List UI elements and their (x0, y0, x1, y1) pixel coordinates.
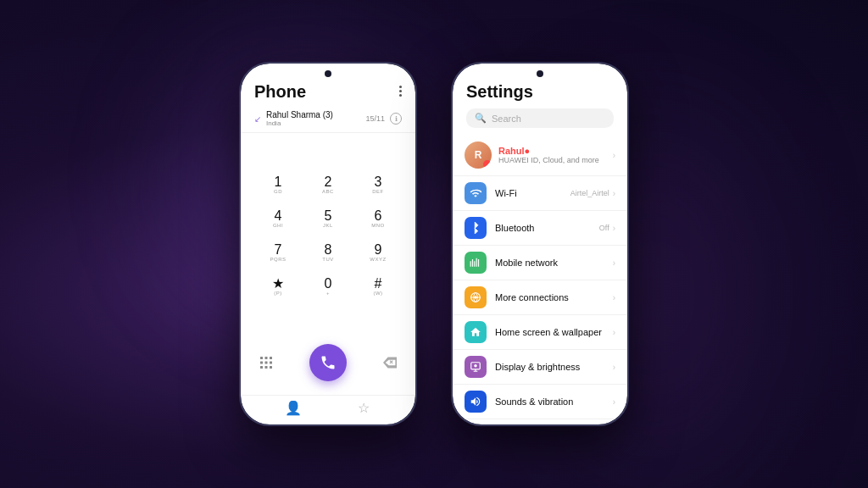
settings-search-bar[interactable]: 🔍 Search (466, 108, 614, 128)
svg-rect-1 (265, 357, 268, 359)
dial-row-3: 7 PQRS 8 TUV 9 WXYZ (258, 237, 398, 268)
svg-rect-7 (265, 366, 268, 369)
dial-num-0: 0 (325, 277, 332, 291)
settings-header: Settings 🔍 Search (453, 72, 627, 135)
dial-row-4: ★ (P) 0 + # (W) (258, 271, 398, 302)
svg-rect-2 (270, 357, 272, 359)
avatar-letter: R (475, 149, 482, 161)
wifi-value: Airtel_Airtel (570, 189, 609, 197)
settings-item-more-connections[interactable]: More connections › (453, 280, 627, 315)
dot1 (399, 86, 402, 88)
more-connections-text: More connections (495, 292, 613, 302)
dial-key-7[interactable]: 7 PQRS (258, 237, 298, 268)
phone-1-notch (325, 70, 331, 77)
call-name: Rahul Sharma (3) (266, 110, 333, 119)
sounds-icon-wrap (465, 391, 487, 413)
dial-letters-7: PQRS (270, 257, 286, 262)
svg-rect-5 (270, 362, 272, 364)
call-info-button[interactable]: ℹ (390, 113, 402, 125)
wifi-text: Wi-Fi (495, 188, 570, 198)
dial-letters-hash: (W) (373, 291, 382, 296)
dial-letters-9: WXYZ (370, 257, 386, 262)
dial-key-3[interactable]: 3 DEF (358, 169, 398, 200)
wifi-label: Wi-Fi (495, 188, 570, 198)
dial-num-8: 8 (325, 243, 332, 257)
search-icon: 🔍 (475, 113, 487, 124)
svg-rect-6 (260, 366, 263, 369)
phone-title: Phone (254, 82, 306, 102)
mobile-network-chevron: › (613, 258, 615, 268)
settings-title: Settings (466, 82, 614, 102)
keypad-icon[interactable] (254, 351, 278, 374)
favorites-nav-icon[interactable]: ☆ (352, 396, 376, 419)
dialpad: 1 GD 2 ABC 3 DEF (241, 133, 415, 337)
bluetooth-chevron: › (613, 224, 615, 233)
display-chevron: › (613, 363, 615, 372)
search-placeholder: Search (492, 114, 521, 124)
display-icon-wrap (465, 356, 487, 378)
dial-key-2[interactable]: 2 ABC (308, 169, 348, 200)
dial-letters-6: MNO (371, 223, 385, 228)
call-direction-icon: ↙ (254, 114, 261, 124)
settings-item-display[interactable]: Display & brightness › (453, 350, 627, 385)
profile-avatar: R (465, 141, 492, 169)
dial-key-6[interactable]: 6 MNO (358, 203, 398, 234)
settings-item-bluetooth[interactable]: Bluetooth Off › (453, 211, 627, 246)
dial-key-8[interactable]: 8 TUV (308, 237, 348, 268)
svg-rect-8 (270, 366, 272, 369)
more-connections-label: More connections (495, 292, 613, 302)
settings-item-sounds[interactable]: Sounds & vibration › (453, 385, 627, 419)
dial-num-1: 1 (275, 175, 282, 189)
recent-call-item[interactable]: ↙ Rahul Sharma (3) India 15/11 ℹ (241, 105, 415, 133)
dial-letters-2: ABC (322, 189, 334, 194)
dial-key-9[interactable]: 9 WXYZ (358, 237, 398, 268)
sounds-chevron: › (613, 397, 615, 407)
dots-menu-button[interactable] (399, 82, 402, 97)
phone-2: Settings 🔍 Search R Rahul● (451, 62, 629, 426)
dial-key-star[interactable]: ★ (P) (258, 271, 298, 302)
settings-item-home-screen[interactable]: Home screen & wallpaper › (453, 315, 627, 350)
phone-1: Phone ↙ Rahul Sharma (3) India (239, 62, 417, 426)
phones-container: Phone ↙ Rahul Sharma (3) India (239, 62, 629, 426)
phone-1-screen: Phone ↙ Rahul Sharma (3) India (241, 64, 415, 424)
dial-letters-3: DEF (372, 189, 384, 194)
phone-app: Phone ↙ Rahul Sharma (3) India (241, 64, 415, 424)
dial-key-5[interactable]: 5 JKL (308, 203, 348, 234)
delete-icon[interactable] (378, 351, 402, 374)
profile-text: Rahul● HUAWEI ID, Cloud, and more (498, 146, 613, 164)
bluetooth-value: Off (599, 224, 609, 232)
display-text: Display & brightness (495, 362, 613, 372)
display-label: Display & brightness (495, 362, 613, 372)
more-connections-icon-wrap (465, 286, 487, 308)
dial-letters-0: + (326, 291, 330, 296)
dial-key-0[interactable]: 0 + (308, 271, 348, 302)
call-button[interactable] (309, 344, 347, 381)
wifi-chevron: › (613, 189, 615, 198)
phone-bottom-bar (241, 337, 415, 395)
dial-num-5: 5 (325, 209, 332, 223)
home-screen-label: Home screen & wallpaper (495, 327, 613, 337)
settings-app: Settings 🔍 Search R Rahul● (453, 64, 627, 424)
dial-num-4: 4 (275, 209, 282, 223)
dial-row-2: 4 GHI 5 JKL 6 MNO (258, 203, 398, 234)
dot2 (399, 90, 402, 92)
settings-item-wifi[interactable]: Wi-Fi Airtel_Airtel › (453, 176, 627, 211)
call-count: 15/11 (365, 114, 385, 123)
dial-num-3: 3 (375, 175, 382, 189)
settings-item-mobile-network[interactable]: Mobile network › (453, 246, 627, 280)
dial-letters-8: TUV (322, 257, 334, 262)
bluetooth-text: Bluetooth (495, 223, 599, 233)
contacts-nav-icon[interactable]: 👤 (281, 396, 305, 419)
dial-key-1[interactable]: 1 GD (258, 169, 298, 200)
recent-call-left: ↙ Rahul Sharma (3) India (254, 110, 333, 127)
dial-key-hash[interactable]: # (W) (358, 271, 398, 302)
dial-key-4[interactable]: 4 GHI (258, 203, 298, 234)
dial-num-9: 9 (375, 243, 382, 257)
settings-item-profile[interactable]: R Rahul● HUAWEI ID, Cloud, and more › (453, 135, 627, 176)
call-right: 15/11 ℹ (365, 113, 402, 125)
dial-num-7: 7 (275, 243, 282, 257)
more-connections-chevron: › (613, 293, 615, 302)
mobile-network-text: Mobile network (495, 258, 613, 268)
dial-num-6: 6 (375, 209, 382, 223)
sounds-text: Sounds & vibration (495, 396, 613, 407)
